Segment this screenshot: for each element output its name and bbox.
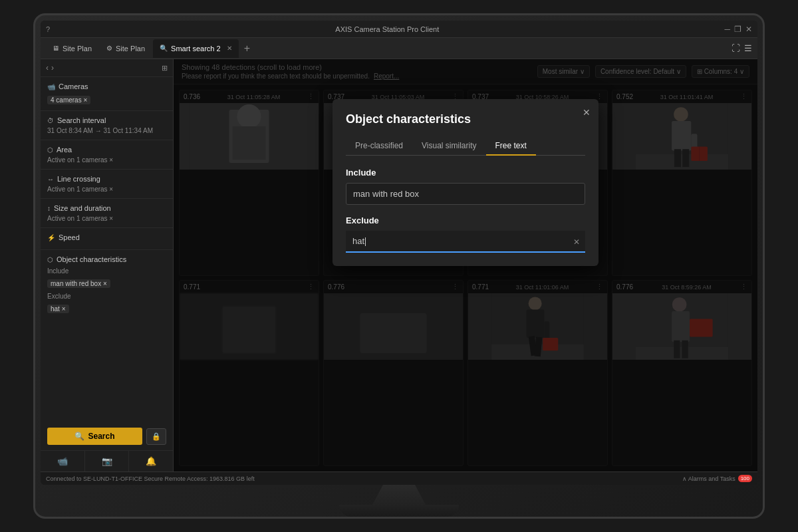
screen: ? AXIS Camera Station Pro Client ─ ❐ ✕ 🖥… [41, 21, 757, 485]
nav-arrows: ‹ › [46, 63, 54, 72]
modal-include-input[interactable]: man with red box [346, 183, 585, 205]
status-left: Connected to SE-LUND-T1-OFFICE Secure Re… [46, 475, 255, 482]
monitor-base [339, 505, 459, 517]
camera-icon: 📹 [47, 83, 55, 90]
gear-icon: ⚙ [106, 45, 112, 52]
tab-close-button[interactable]: ✕ [227, 45, 232, 52]
status-bar: Connected to SE-LUND-T1-OFFICE Secure Re… [41, 471, 757, 485]
modal-include-label: Include [346, 168, 585, 178]
title-bar: ? AXIS Camera Station Pro Client ─ ❐ ✕ [41, 21, 757, 38]
sidebar-bell-icon[interactable]: 🔔 [129, 451, 173, 471]
status-right: ∧ Alarms and Tasks 100 [682, 475, 752, 482]
obj-char-icon: ⬡ [47, 256, 53, 263]
search-interval-value: 31 Oct 8:34 AM → 31 Oct 11:34 AM [47, 127, 166, 134]
tab-label-site-plan-1: Site Plan [63, 45, 92, 53]
area-section: ⬡ Area Active on 1 cameras × [41, 140, 173, 170]
pin-icon[interactable]: ⊞ [162, 64, 168, 72]
area-label: Area [57, 146, 72, 154]
size-duration-value: Active on 1 cameras × [47, 215, 166, 222]
tab-bar-actions: ⛶ ☰ [732, 43, 752, 53]
object-characteristics-section: ⬡ Object characteristics Include man wit… [41, 250, 173, 319]
search-button-area: 🔍 Search 🔒 [41, 422, 173, 450]
clock-icon: ⏱ [47, 117, 54, 124]
window-controls: ─ ❐ ✕ [724, 25, 752, 34]
search-interval-label: Search interval [57, 116, 106, 124]
modal-overlay[interactable]: ✕ Object characteristics Pre-classified … [174, 59, 757, 471]
exclude-tag[interactable]: hat × [47, 305, 69, 313]
tab-bar: 🖥 Site Plan ⚙ Site Plan 🔍 Smart search 2… [41, 38, 757, 59]
cameras-label: Cameras [59, 82, 88, 90]
line-crossing-icon: ↔ [47, 176, 54, 183]
fullscreen-icon[interactable]: ⛶ [732, 43, 740, 53]
speed-icon: ⚡ [47, 234, 55, 241]
add-tab-button[interactable]: + [240, 43, 254, 55]
area-icon: ⬡ [47, 146, 53, 154]
search-icon: 🔍 [74, 432, 84, 441]
right-panel: Showing 48 detections (scroll to load mo… [174, 59, 757, 471]
monitor-stand [372, 485, 426, 505]
monitor-icon: 🖥 [53, 45, 59, 52]
main-content: ‹ › ⊞ 📹 Cameras 4 cameras × [41, 59, 757, 471]
tab-site-plan-1[interactable]: 🖥 Site Plan [46, 39, 98, 58]
monitor: ? AXIS Camera Station Pro Client ─ ❐ ✕ 🖥… [33, 13, 765, 519]
size-duration-section: ↕ Size and duration Active on 1 cameras … [41, 199, 173, 228]
modal-close-button[interactable]: ✕ [583, 107, 591, 118]
exclude-tag-value: hat × [51, 305, 66, 313]
line-crossing-value: Active on 1 cameras × [47, 186, 166, 193]
nav-forward-button[interactable]: › [51, 63, 54, 72]
tab-site-plan-2[interactable]: ⚙ Site Plan [100, 39, 152, 58]
alarms-badge: 100 [738, 475, 752, 482]
modal-tab-free-text[interactable]: Free text [486, 137, 536, 156]
search-tab-icon: 🔍 [160, 45, 168, 52]
cameras-section: 📹 Cameras 4 cameras × [41, 77, 173, 111]
alarms-tasks-label[interactable]: ∧ Alarms and Tasks [682, 475, 735, 482]
hamburger-menu-icon[interactable]: ☰ [744, 43, 752, 53]
search-button[interactable]: 🔍 Search [47, 428, 142, 445]
nav-back-button[interactable]: ‹ [46, 63, 49, 72]
minimize-button[interactable]: ─ [724, 25, 730, 34]
modal-include-value: man with red box [353, 189, 419, 199]
sidebar-bottom-icons: 📹 📷 🔔 [41, 450, 173, 471]
obj-char-label: Object characteristics [57, 255, 126, 263]
search-lock-button[interactable]: 🔒 [146, 428, 166, 445]
speed-label: Speed [59, 233, 80, 241]
include-tag[interactable]: man with red box × [47, 279, 110, 288]
sidebar: ‹ › ⊞ 📹 Cameras 4 cameras × [41, 59, 174, 471]
tab-label-smart-search: Smart search 2 [171, 45, 221, 53]
size-duration-label: Size and duration [54, 204, 111, 212]
include-tag-value: man with red box × [51, 280, 107, 287]
cameras-count: 4 cameras × [51, 96, 87, 104]
tab-smart-search[interactable]: 🔍 Smart search 2 ✕ [153, 39, 239, 58]
tab-label-site-plan-2: Site Plan [116, 45, 145, 53]
cameras-tag[interactable]: 4 cameras × [47, 96, 90, 104]
text-cursor [365, 237, 366, 246]
object-characteristics-modal: ✕ Object characteristics Pre-classified … [332, 99, 598, 266]
modal-exclude-input-wrapper: hat ✕ [346, 231, 585, 253]
line-crossing-label: Line crossing [57, 175, 100, 183]
size-icon: ↕ [47, 205, 51, 212]
line-crossing-section: ↔ Line crossing Active on 1 cameras × [41, 170, 173, 199]
modal-tab-preclassified[interactable]: Pre-classified [346, 137, 412, 156]
sidebar-nav: ‹ › ⊞ [41, 59, 173, 77]
modal-exclude-clear-button[interactable]: ✕ [573, 237, 580, 247]
include-label: Include [47, 267, 166, 275]
area-value: Active on 1 cameras × [47, 156, 166, 164]
modal-tab-visual-similarity[interactable]: Visual similarity [412, 137, 485, 156]
sidebar-video-icon[interactable]: 📹 [41, 451, 85, 471]
close-button[interactable]: ✕ [745, 25, 752, 34]
modal-exclude-label: Exclude [346, 215, 585, 225]
restore-button[interactable]: ❐ [734, 25, 741, 34]
app-title: AXIS Camera Station Pro Client [50, 25, 724, 33]
modal-exclude-value: hat [352, 236, 364, 246]
search-interval-section: ⏱ Search interval 31 Oct 8:34 AM → 31 Oc… [41, 111, 173, 140]
speed-section: ⚡ Speed [41, 228, 173, 250]
modal-exclude-input[interactable]: hat [346, 231, 585, 253]
modal-title: Object characteristics [346, 112, 585, 126]
search-button-label: Search [88, 432, 114, 441]
exclude-label: Exclude [47, 293, 166, 300]
sidebar-camera-icon[interactable]: 📷 [85, 451, 130, 471]
modal-tabs: Pre-classified Visual similarity Free te… [346, 137, 585, 156]
